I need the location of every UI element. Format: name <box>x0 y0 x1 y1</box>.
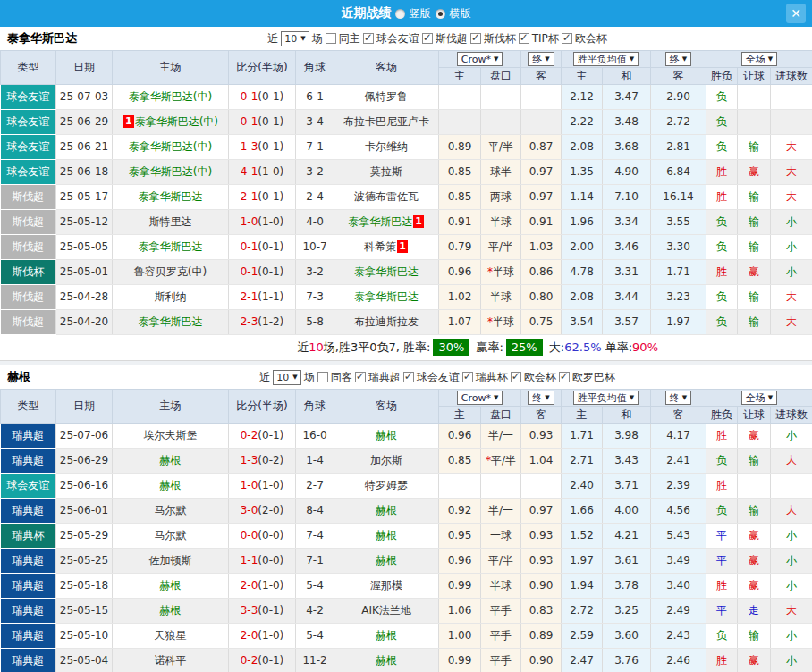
date-cell: 25-05-29 <box>56 524 113 549</box>
away-odds-cell <box>521 474 562 499</box>
result-handicap-cell: 输 <box>738 624 771 649</box>
league-checkbox[interactable] <box>519 33 529 44</box>
same-venue-label[interactable]: 同主 <box>339 31 360 46</box>
league-label[interactable]: 欧会杯 <box>524 370 556 385</box>
league-label[interactable]: 瑞典超 <box>368 370 401 385</box>
away-team-name: AIK法兰地 <box>361 604 411 617</box>
league-checkbox[interactable] <box>403 372 414 382</box>
league-checkbox[interactable] <box>462 372 473 382</box>
home-team-name: 泰拿华斯巴达(中) <box>129 90 212 103</box>
league-label[interactable]: 斯伐杯 <box>484 31 516 46</box>
score-cell: 1-3(0-2) <box>229 449 296 474</box>
result-wdl-cell: 胜 <box>706 474 738 499</box>
corner-cell: 5-8 <box>296 310 334 335</box>
odds-source-select[interactable]: Crow*▼ <box>457 52 503 66</box>
away-team-cell: 泰拿华斯巴达 <box>334 260 439 285</box>
away-team-cell: 赫根 <box>334 424 439 449</box>
result-goals-cell: 大 <box>771 135 812 160</box>
horizontal-layout-label[interactable]: 横版 <box>450 6 471 21</box>
corner-cell: 4-0 <box>296 210 334 235</box>
chevron-down-icon: ▼ <box>300 35 305 42</box>
league-checkbox[interactable] <box>511 372 521 382</box>
odds-source-select[interactable]: Crow*▼ <box>457 391 503 405</box>
home-team-name: 天狼星 <box>155 629 187 642</box>
avg-draw-cell: 4.00 <box>603 499 651 524</box>
horizontal-layout-radio[interactable] <box>436 9 445 19</box>
league-checkbox[interactable] <box>559 372 570 382</box>
league-checkbox[interactable] <box>562 33 572 44</box>
home-odds-cell: 0.99 <box>439 649 481 672</box>
result-handicap-cell <box>738 110 771 135</box>
section-head-away-team: 赫根 近 10▼ 场 同客 瑞典超 球会友谊 瑞典杯 欧会杯 欧罗巴杯 <box>0 365 812 389</box>
away-team-cell: 加尔斯 <box>334 449 439 474</box>
avg-final-select[interactable]: 终▼ <box>665 52 691 66</box>
avg-away-cell: 2.90 <box>651 85 706 110</box>
home-team-cell: 泰拿华斯巴达 <box>113 185 229 210</box>
league-label[interactable]: 斯伐超 <box>436 31 468 46</box>
result-wdl-cell: 负 <box>706 235 738 260</box>
scope-select[interactable]: 全场▼ <box>741 391 777 405</box>
home-team-name: 赫根 <box>160 454 182 466</box>
result-wdl-cell: 胜 <box>706 185 738 210</box>
league-checkbox[interactable] <box>470 33 481 44</box>
league-label[interactable]: TIP杯 <box>532 31 559 46</box>
away-team-name: 泰拿华斯巴达 <box>354 290 419 303</box>
avg-away-cell: 6.84 <box>651 160 706 185</box>
avg-home-cell: 2.08 <box>562 135 603 160</box>
league-label[interactable]: 球会友谊 <box>376 31 419 46</box>
result-wdl-cell: 平 <box>706 549 738 574</box>
same-venue-label[interactable]: 同客 <box>331 370 352 385</box>
home-team-cell: 斯利纳 <box>113 285 229 310</box>
halftime-score: (1-0) <box>258 215 283 228</box>
close-icon[interactable]: ✕ <box>786 4 806 23</box>
corner-cell: 5-4 <box>296 624 334 649</box>
league-label[interactable]: 欧罗巴杯 <box>572 370 615 385</box>
result-wdl-cell: 负 <box>706 85 738 110</box>
scope-select[interactable]: 全场▼ <box>741 52 777 66</box>
league-label[interactable]: 球会友谊 <box>417 370 460 385</box>
avg-draw-cell: 3.98 <box>603 424 651 449</box>
chevron-down-icon: ▼ <box>292 374 297 381</box>
result-goals-cell: 小 <box>771 260 812 285</box>
window-title: 近期战绩 <box>342 5 392 21</box>
match-count-select[interactable]: 10▼ <box>281 31 309 46</box>
result-handicap-cell: 输 <box>738 210 771 235</box>
avg-home-cell: 2.47 <box>562 649 603 672</box>
vertical-layout-radio[interactable] <box>395 9 405 19</box>
avg-draw-cell: 3.68 <box>603 135 651 160</box>
result-wdl-cell: 负 <box>706 110 738 135</box>
result-wdl-cell: 负 <box>706 210 738 235</box>
league-checkbox[interactable] <box>355 372 366 382</box>
result-goals-cell: 大 <box>771 310 812 335</box>
avg-home-cell: 2.59 <box>562 624 603 649</box>
home-team-name: 斯利纳 <box>155 290 187 303</box>
same-venue-checkbox[interactable] <box>317 372 328 382</box>
match-row: 瑞典杯25-05-29马尔默0-0(0-0)7-4赫根0.95一球0.931.5… <box>1 524 812 549</box>
avg-home-cell: 1.71 <box>562 424 603 449</box>
home-odds-cell: 0.92 <box>439 499 481 524</box>
away-odds-cell: 1.03 <box>521 235 562 260</box>
vertical-layout-label[interactable]: 竖版 <box>410 6 431 21</box>
avg-away-cell: 4.56 <box>651 499 706 524</box>
fulltime-score: 2-3 <box>241 315 258 328</box>
home-team-title: 泰拿华斯巴达 <box>7 30 77 46</box>
odds-final-select[interactable]: 终▼ <box>528 52 554 66</box>
avg-select[interactable]: 胜平负均值▼ <box>573 391 639 405</box>
avg-final-select[interactable]: 终▼ <box>665 391 691 405</box>
league-checkbox[interactable] <box>363 33 374 44</box>
home-odds-cell: 0.99 <box>439 574 481 599</box>
odds-final-select[interactable]: 终▼ <box>528 391 554 405</box>
avg-home-cell: 1.52 <box>562 524 603 549</box>
league-label[interactable]: 欧会杯 <box>575 31 607 46</box>
avg-home-cell: 1.35 <box>562 160 603 185</box>
result-wdl-cell: 负 <box>706 624 738 649</box>
league-checkbox[interactable] <box>422 33 433 44</box>
match-count-select[interactable]: 10▼ <box>273 370 300 385</box>
same-venue-checkbox[interactable] <box>326 33 336 44</box>
home-odds-cell: 1.07 <box>439 310 481 335</box>
away-team-cell: 赫根 <box>334 549 439 574</box>
avg-draw-cell: 3.43 <box>603 449 651 474</box>
avg-select[interactable]: 胜平负均值▼ <box>573 52 639 66</box>
league-label[interactable]: 瑞典杯 <box>476 370 508 385</box>
date-cell: 25-07-06 <box>56 424 113 449</box>
